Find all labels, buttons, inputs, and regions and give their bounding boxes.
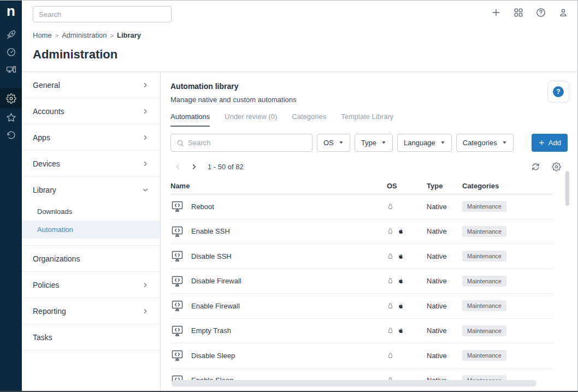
nav-item-general[interactable]: General (22, 72, 160, 98)
nav-item-reporting[interactable]: Reporting (22, 298, 160, 324)
categories-filter-dropdown[interactable]: Categories (456, 134, 514, 152)
script-monitor-icon (170, 324, 184, 337)
page-prev-button[interactable] (170, 159, 185, 174)
category-badge: Maintenance (462, 276, 506, 287)
help-icon[interactable] (535, 7, 546, 18)
linux-icon (387, 203, 394, 211)
linux-icon (387, 252, 394, 260)
table-row[interactable]: Enable SSH (170, 219, 553, 245)
categories-cell: Maintenance (462, 350, 553, 361)
column-name: Name (170, 182, 387, 190)
nav-item-library[interactable]: Library (22, 177, 160, 203)
grid-icon[interactable] (513, 7, 524, 18)
vertical-scrollbar-thumb[interactable] (565, 171, 569, 206)
plus-icon[interactable] (491, 7, 502, 18)
linux-icon (387, 277, 394, 285)
table-row[interactable]: Empty Trash (170, 319, 553, 344)
type-cell: Native (427, 203, 462, 211)
chevron-down-icon (141, 186, 149, 194)
category-badge: Maintenance (462, 300, 506, 311)
dropdown-label: Categories (463, 139, 497, 147)
linux-icon (387, 302, 394, 310)
plus-icon (538, 139, 545, 146)
gear-icon[interactable] (0, 88, 22, 109)
horizontal-scrollbar-thumb[interactable] (172, 380, 536, 387)
table-header: Name OS Type Categories (170, 178, 553, 194)
automation-name: Disable Firewall (191, 277, 241, 285)
category-badge: Maintenance (462, 226, 506, 237)
column-categories: Categories (462, 182, 553, 190)
table-row[interactable]: Enable Firewall (170, 294, 553, 319)
tab-under-review[interactable]: Under review (0) (225, 112, 277, 127)
devices-icon[interactable] (0, 61, 22, 78)
automations-table: Name OS Type Categories (170, 178, 553, 392)
nav-label: Library (33, 186, 56, 194)
table-row[interactable]: Disable Sleep (170, 343, 553, 369)
table-search (170, 134, 312, 152)
nav-item-policies[interactable]: Policies (22, 272, 160, 298)
table-search-input[interactable] (188, 139, 306, 147)
panel-help-button[interactable]: ? (547, 81, 569, 103)
breadcrumb-administration[interactable]: Administration (62, 31, 107, 39)
type-cell: Native (427, 227, 462, 235)
star-icon[interactable] (0, 109, 22, 126)
table-row[interactable]: Disable Firewall (170, 269, 553, 294)
nav-item-devices[interactable]: Devices (22, 151, 160, 177)
apple-icon (397, 326, 404, 335)
name-cell: Disable Firewall (170, 275, 387, 288)
main-area: Home > Administration > Library Administ… (22, 1, 577, 391)
breadcrumb-library[interactable]: Library (117, 31, 141, 39)
apple-icon (397, 227, 404, 235)
apple-icon (397, 277, 404, 285)
rocket-icon[interactable] (0, 26, 22, 43)
type-filter-dropdown[interactable]: Type (355, 134, 393, 152)
name-cell: Enable SSH (170, 225, 387, 238)
type-cell: Native (427, 352, 462, 360)
history-icon[interactable] (0, 126, 22, 144)
breadcrumb-separator: > (55, 32, 58, 39)
add-button[interactable]: Add (532, 134, 568, 152)
type-cell: Native (427, 277, 462, 285)
table-row[interactable]: Reboot (170, 194, 553, 219)
tab-automations[interactable]: Automations (170, 112, 210, 127)
topbar-icons (491, 7, 569, 18)
os-cell (387, 352, 427, 360)
table-row[interactable]: Disable SSH (170, 244, 553, 269)
categories-cell: Maintenance (462, 201, 553, 212)
category-badge: Maintenance (462, 325, 506, 336)
search-icon (176, 139, 184, 147)
caret-down-icon (440, 141, 445, 145)
script-monitor-icon (170, 200, 184, 213)
nav-item-tasks[interactable]: Tasks (22, 324, 160, 351)
table-settings-icon[interactable] (552, 162, 561, 171)
language-filter-dropdown[interactable]: Language (397, 134, 452, 152)
body: General Accounts Apps Devices L (22, 72, 577, 391)
nav-item-accounts[interactable]: Accounts (22, 98, 160, 124)
breadcrumb-home[interactable]: Home (33, 31, 52, 39)
categories-cell: Maintenance (462, 251, 553, 262)
os-filter-dropdown[interactable]: OS (317, 134, 350, 152)
nav-item-organizations[interactable]: Organizations (22, 246, 160, 272)
panel-title: Automation library (170, 82, 568, 91)
filter-bar: OS Type Language Categories (170, 134, 568, 152)
ninja-logo[interactable]: n (7, 1, 15, 26)
breadcrumb: Home > Administration > Library (33, 31, 141, 39)
add-button-label: Add (548, 139, 561, 147)
automation-name: Disable Sleep (191, 352, 235, 360)
nav-label: Tasks (33, 333, 52, 342)
nav-label: Organizations (33, 254, 80, 263)
gauge-icon[interactable] (0, 43, 22, 61)
name-cell: Enable Firewall (170, 299, 387, 312)
nav-item-apps[interactable]: Apps (22, 124, 160, 151)
tab-template-library[interactable]: Template Library (341, 112, 393, 127)
categories-cell: Maintenance (462, 300, 553, 311)
categories-cell: Maintenance (462, 276, 553, 287)
caret-down-icon (339, 141, 344, 145)
tab-categories[interactable]: Categories (292, 112, 326, 127)
global-search-input[interactable] (33, 6, 172, 22)
page-next-button[interactable] (187, 159, 201, 174)
nav-item-downloads[interactable]: Downloads (22, 203, 160, 221)
refresh-icon[interactable] (531, 162, 540, 171)
user-icon[interactable] (558, 7, 569, 18)
nav-item-automation[interactable]: Automation (22, 221, 160, 239)
